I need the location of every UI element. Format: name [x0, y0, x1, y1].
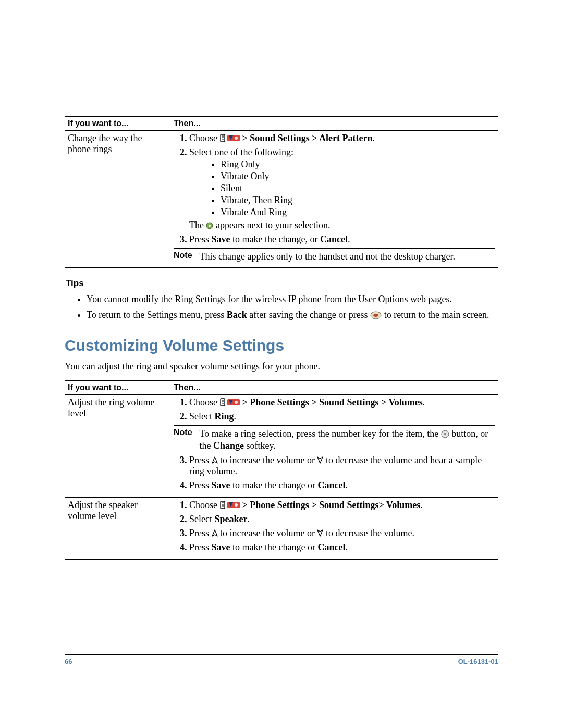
selection-indicator-icon — [206, 222, 213, 229]
appears-text: The — [189, 220, 206, 230]
table-header-then: Then... — [170, 380, 499, 395]
note-body: To make a ring selection, press the numb… — [200, 428, 495, 451]
settings-tool-icon — [227, 398, 240, 406]
table-cell-then: Choose > Sound Settings > Alert Pattern.… — [170, 131, 499, 267]
menu-icon — [220, 134, 225, 142]
note-label: Note — [174, 251, 192, 263]
note-label: Note — [174, 428, 192, 451]
volume-down-icon — [317, 456, 323, 464]
document-id: OL-16131-01 — [458, 658, 498, 665]
list-item: Vibrate Only — [221, 171, 495, 182]
note-block: Note To make a ring selection, press the… — [174, 428, 495, 451]
table-header-want: If you want to... — [65, 116, 170, 131]
section-intro: You can adjust the ring and speaker volu… — [65, 361, 498, 373]
menu-icon — [220, 398, 225, 406]
page-footer: 66 OL-16131-01 — [65, 654, 498, 665]
step-text: Choose — [189, 133, 220, 143]
settings-tool-icon — [227, 501, 240, 509]
tips-item: You cannot modify the Ring Settings for … — [87, 293, 498, 305]
table-row: Adjust the speaker volume level Choose >… — [65, 498, 498, 560]
table-cell-want: Adjust the speaker volume level — [65, 498, 170, 560]
list-item: Silent — [221, 183, 495, 194]
note-body: This change applies only to the handset … — [200, 251, 495, 263]
nav-path: > Phone Settings > Sound Settings > Volu… — [242, 397, 423, 408]
step-text: Select one of the following: — [189, 147, 293, 157]
list-item: Vibrate And Ring — [221, 207, 495, 218]
volume-up-icon — [212, 456, 218, 464]
volume-up-icon — [212, 529, 218, 537]
settings-tool-icon — [227, 134, 240, 142]
table-header-then: Then... — [170, 116, 499, 131]
table-cell-want: Adjust the ring volume level — [65, 395, 170, 498]
volume-down-icon — [317, 529, 323, 537]
volume-settings-table: If you want to... Then... Adjust the rin… — [65, 380, 498, 560]
nav-path: > Phone Settings > Sound Settings> Volum… — [242, 500, 421, 510]
nav-path: > Sound Settings > Alert Pattern — [242, 133, 373, 143]
table-row: Adjust the ring volume level Choose > Ph… — [65, 395, 498, 498]
table-cell-then: Choose > Phone Settings > Sound Settings… — [170, 395, 499, 498]
select-button-icon — [441, 430, 449, 438]
list-item: Ring Only — [221, 159, 495, 170]
alert-options-list: Ring Only Vibrate Only Silent Vibrate, T… — [189, 159, 495, 218]
tips-list: You cannot modify the Ring Settings for … — [65, 293, 498, 322]
section-heading: Customizing Volume Settings — [65, 337, 498, 354]
table-header-want: If you want to... — [65, 380, 170, 395]
tips-heading: Tips — [66, 278, 498, 289]
tips-item: To return to the Settings menu, press Ba… — [87, 309, 498, 321]
table-cell-want: Change the way the phone rings — [65, 131, 170, 267]
page-number: 66 — [65, 658, 72, 665]
alert-pattern-table: If you want to... Then... Change the way… — [65, 116, 498, 268]
table-cell-then: Choose > Phone Settings > Sound Settings… — [170, 498, 499, 560]
note-block: Note This change applies only to the han… — [174, 251, 495, 263]
table-row: Change the way the phone rings Choose > … — [65, 131, 498, 267]
home-button-icon — [370, 311, 382, 319]
appears-text: appears next to your selection. — [216, 220, 330, 230]
menu-icon — [220, 501, 225, 509]
list-item: Vibrate, Then Ring — [221, 195, 495, 206]
